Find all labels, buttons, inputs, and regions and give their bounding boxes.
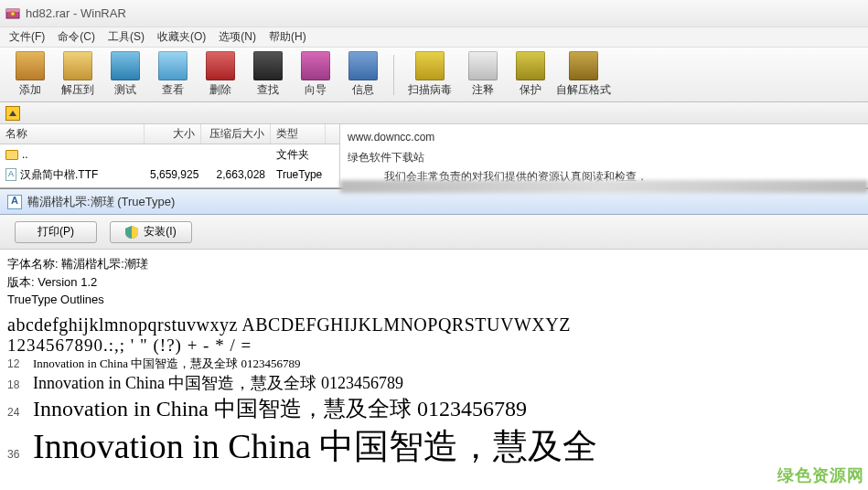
extract-icon bbox=[63, 51, 92, 80]
menu-options[interactable]: 选项(N) bbox=[213, 27, 262, 47]
add-button[interactable]: 添加 bbox=[7, 49, 53, 101]
numbers-sample: 1234567890.:,; ' " (!?) + - * / = bbox=[7, 336, 861, 356]
blurred-content bbox=[340, 180, 868, 193]
menu-help[interactable]: 帮助(H) bbox=[263, 27, 312, 47]
test-icon bbox=[111, 51, 140, 80]
window-titlebar: hd82.rar - WinRAR bbox=[0, 0, 868, 27]
font-name-label: 字体名称: 鞴湄楷札罘:潮瑳 bbox=[7, 255, 861, 273]
menu-commands[interactable]: 命令(C) bbox=[52, 27, 101, 47]
font-window-title: 鞴湄楷札罘:潮瑳 (TrueType) bbox=[27, 194, 175, 210]
find-icon bbox=[253, 51, 283, 80]
font-outlines-label: TrueType Outlines bbox=[7, 291, 861, 309]
comment-pane: www.downcc.com 绿色软件下载站 我们会非常负责的对我们提供的资源认… bbox=[340, 124, 868, 187]
address-bar bbox=[0, 102, 868, 124]
menu-tools[interactable]: 工具(S) bbox=[102, 27, 150, 47]
up-folder-icon[interactable] bbox=[5, 106, 20, 121]
wizard-button[interactable]: 向导 bbox=[293, 49, 338, 101]
sample-24: 24Innovation in China 中国智造，慧及全球 01234567… bbox=[7, 394, 861, 423]
file-row[interactable]: 汉鼎简中楷.TTF 5,659,925 2,663,028 TrueType bbox=[0, 165, 339, 185]
col-name[interactable]: 名称 bbox=[0, 124, 145, 144]
font-preview-window: 鞴湄楷札罘:潮瑳 (TrueType) 打印(P) 安装(I) 字体名称: 鞴湄… bbox=[0, 188, 868, 470]
col-type[interactable]: 类型 bbox=[271, 124, 326, 144]
delete-icon bbox=[206, 51, 235, 80]
toolbar-separator bbox=[393, 55, 394, 95]
font-version-label: 版本: Version 1.2 bbox=[7, 273, 861, 292]
svg-rect-2 bbox=[11, 12, 15, 16]
comment-line: www.downcc.com bbox=[348, 128, 861, 148]
test-button[interactable]: 测试 bbox=[102, 49, 148, 101]
find-button[interactable]: 查找 bbox=[245, 49, 291, 101]
print-button[interactable]: 打印(P) bbox=[15, 221, 97, 243]
protect-icon bbox=[516, 51, 545, 80]
comment-icon bbox=[468, 51, 498, 80]
uac-shield-icon bbox=[125, 226, 138, 239]
column-headers: 名称 大小 压缩后大小 类型 bbox=[0, 124, 339, 144]
folder-icon bbox=[5, 150, 18, 160]
protect-button[interactable]: 保护 bbox=[508, 49, 553, 101]
info-button[interactable]: 信息 bbox=[340, 49, 386, 101]
view-button[interactable]: 查看 bbox=[150, 49, 196, 101]
file-list-pane: 名称 大小 压缩后大小 类型 .. 文件夹 汉鼎简中楷.TTF 5,659,92… bbox=[0, 124, 340, 187]
window-title: hd82.rar - WinRAR bbox=[26, 6, 126, 20]
sfx-icon bbox=[569, 51, 598, 80]
scan-icon bbox=[415, 51, 445, 80]
comment-button[interactable]: 注释 bbox=[460, 49, 506, 101]
extract-button[interactable]: 解压到 bbox=[55, 49, 101, 101]
comment-line: 绿色软件下载站 bbox=[348, 148, 861, 168]
sample-12: 12Innovation in China 中国智造，慧及全球 01234567… bbox=[7, 356, 861, 372]
menu-file[interactable]: 文件(F) bbox=[4, 27, 50, 47]
font-window-toolbar: 打印(P) 安装(I) bbox=[0, 215, 868, 250]
toolbar: 添加 解压到 测试 查看 删除 查找 向导 信息 扫描病毒 注释 保护 自解压格… bbox=[0, 48, 868, 102]
font-file-icon bbox=[7, 195, 22, 209]
install-button[interactable]: 安装(I) bbox=[110, 221, 192, 243]
col-size[interactable]: 大小 bbox=[145, 124, 201, 144]
scan-button[interactable]: 扫描病毒 bbox=[402, 49, 458, 101]
wizard-icon bbox=[301, 51, 330, 80]
sfx-button[interactable]: 自解压格式 bbox=[555, 49, 612, 101]
winrar-app-icon bbox=[5, 6, 20, 21]
ttf-file-icon bbox=[5, 168, 16, 181]
menu-favorites[interactable]: 收藏夹(O) bbox=[152, 27, 211, 47]
alphabet-sample: abcdefghijklmnopqrstuvwxyz ABCDEFGHIJKLM… bbox=[7, 314, 861, 336]
file-row[interactable]: .. 文件夹 bbox=[0, 144, 339, 165]
menubar: 文件(F) 命令(C) 工具(S) 收藏夹(O) 选项(N) 帮助(H) bbox=[0, 27, 868, 48]
info-icon bbox=[348, 51, 378, 80]
sample-18: 18Innovation in China 中国智造，慧及全球 01234567… bbox=[7, 372, 861, 394]
delete-button[interactable]: 删除 bbox=[198, 49, 243, 101]
view-icon bbox=[158, 51, 188, 80]
col-packed[interactable]: 压缩后大小 bbox=[201, 124, 271, 144]
sample-36: 36Innovation in China 中国智造，慧及全 bbox=[7, 423, 861, 470]
watermark: 绿色资源网 bbox=[777, 464, 864, 486]
add-icon bbox=[16, 51, 45, 80]
font-window-titlebar: 鞴湄楷札罘:潮瑳 (TrueType) bbox=[0, 189, 868, 215]
